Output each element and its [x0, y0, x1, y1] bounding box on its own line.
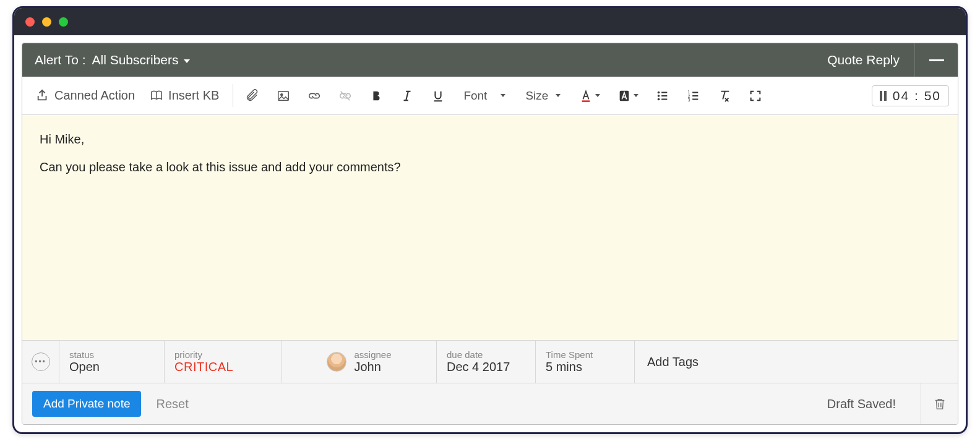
image-icon — [277, 89, 290, 103]
alert-to-label: Alert To : — [35, 53, 85, 67]
editor-line: Can you please take a look at this issue… — [40, 160, 940, 174]
ticket-meta-row: ••• status Open priority CRITICAL assign… — [22, 340, 958, 383]
due-date-label: due date — [447, 349, 525, 360]
fullscreen-button[interactable] — [745, 85, 766, 106]
attach-button[interactable] — [242, 85, 263, 106]
canned-action-button[interactable]: Canned Action — [31, 85, 140, 106]
app-window: Alert To : All Subscribers Quote Reply — [12, 6, 968, 434]
bold-icon — [369, 89, 383, 103]
assignee-field[interactable]: assignee John — [282, 341, 437, 383]
add-private-note-label: Add Private note — [43, 397, 130, 410]
clear-format-icon — [718, 89, 731, 103]
bullet-list-icon — [656, 89, 669, 103]
time-spent-label: Time Spent — [546, 349, 624, 360]
editor-textarea[interactable]: Hi Mike, Can you please take a look at t… — [22, 115, 958, 340]
status-label: status — [69, 349, 154, 360]
editor-toolbar: Canned Action Insert KB — [22, 77, 958, 115]
numbered-list-icon: 123 — [687, 89, 700, 103]
text-color-button[interactable] — [575, 85, 604, 106]
reset-button[interactable]: Reset — [156, 397, 188, 411]
due-date-value: Dec 4 2017 — [447, 360, 525, 374]
draft-saved-status: Draft Saved! — [827, 397, 896, 411]
window-titlebar — [14, 8, 966, 35]
highlight-icon — [617, 89, 631, 103]
underline-icon — [431, 89, 445, 103]
ellipsis-icon: ••• — [32, 352, 50, 371]
svg-point-1 — [281, 93, 283, 96]
priority-value: CRITICAL — [174, 360, 272, 374]
minimize-window-button[interactable] — [42, 17, 51, 27]
insert-link-button[interactable] — [304, 85, 325, 106]
expand-icon — [749, 89, 762, 103]
collapse-panel-button[interactable] — [914, 43, 958, 77]
insert-kb-label: Insert KB — [168, 88, 219, 103]
alert-to-dropdown[interactable]: All Subscribers — [92, 53, 189, 67]
italic-icon — [400, 89, 414, 103]
svg-point-5 — [658, 95, 660, 97]
chevron-down-icon — [595, 94, 600, 97]
close-window-button[interactable] — [25, 17, 35, 27]
svg-rect-0 — [278, 91, 289, 100]
font-size-dropdown[interactable]: Size — [520, 89, 565, 103]
timer-value: 04 : 50 — [893, 88, 941, 103]
editor-line: Hi Mike, — [40, 132, 940, 147]
insert-kb-button[interactable]: Insert KB — [145, 85, 224, 106]
chevron-down-icon — [556, 94, 561, 97]
tags-placeholder: Add Tags — [647, 355, 698, 369]
unlink-icon — [338, 89, 352, 103]
paperclip-icon — [246, 89, 259, 103]
status-value: Open — [69, 360, 154, 374]
minimize-icon — [929, 59, 944, 61]
due-date-field[interactable]: due date Dec 4 2017 — [437, 341, 536, 383]
quote-reply-button[interactable]: Quote Reply — [812, 43, 914, 77]
alert-to-value: All Subscribers — [92, 53, 178, 67]
font-label: Font — [463, 89, 487, 103]
size-label: Size — [525, 89, 548, 103]
insert-image-button[interactable] — [273, 85, 294, 106]
discard-button[interactable] — [921, 383, 958, 424]
font-family-dropdown[interactable]: Font — [458, 89, 510, 103]
chevron-down-icon — [501, 94, 505, 97]
numbered-list-button[interactable]: 123 — [683, 85, 704, 106]
more-options-button[interactable]: ••• — [22, 341, 59, 383]
svg-point-4 — [658, 91, 660, 93]
status-field[interactable]: status Open — [59, 341, 165, 383]
priority-field[interactable]: priority CRITICAL — [165, 341, 282, 383]
italic-button[interactable] — [397, 85, 418, 106]
svg-text:3: 3 — [688, 98, 690, 102]
time-spent-value: 5 mins — [546, 360, 624, 374]
tags-field[interactable]: Add Tags — [635, 341, 958, 383]
assignee-label: assignee — [354, 349, 391, 360]
trash-icon — [933, 396, 947, 411]
clear-formatting-button[interactable] — [714, 85, 735, 106]
highlight-color-button[interactable] — [614, 85, 642, 106]
reply-panel: Alert To : All Subscribers Quote Reply — [22, 43, 958, 425]
chevron-down-icon — [634, 94, 638, 97]
avatar — [327, 352, 346, 372]
time-spent-field[interactable]: Time Spent 5 mins — [536, 341, 635, 383]
maximize-window-button[interactable] — [59, 17, 68, 27]
panel-footer: Add Private note Reset Draft Saved! — [22, 383, 958, 424]
svg-point-6 — [658, 98, 660, 100]
priority-label: priority — [174, 349, 272, 360]
share-out-icon — [36, 89, 49, 103]
pause-icon — [880, 91, 887, 101]
quote-reply-label: Quote Reply — [827, 53, 900, 67]
assignee-value: John — [354, 360, 380, 374]
panel-header: Alert To : All Subscribers Quote Reply — [22, 43, 958, 77]
canned-action-label: Canned Action — [54, 88, 135, 103]
book-icon — [150, 89, 163, 103]
add-private-note-button[interactable]: Add Private note — [32, 391, 141, 417]
text-color-icon — [579, 89, 593, 103]
bullet-list-button[interactable] — [652, 85, 673, 106]
svg-rect-2 — [582, 100, 590, 102]
app-body: Alert To : All Subscribers Quote Reply — [14, 35, 966, 432]
timer-widget[interactable]: 04 : 50 — [872, 85, 949, 106]
underline-button[interactable] — [428, 85, 449, 106]
chevron-down-icon — [184, 59, 190, 63]
unlink-button[interactable] — [335, 85, 356, 106]
bold-button[interactable] — [366, 85, 387, 106]
alert-to-group: Alert To : All Subscribers — [22, 53, 812, 67]
link-icon — [307, 89, 321, 103]
reset-label: Reset — [156, 397, 188, 411]
